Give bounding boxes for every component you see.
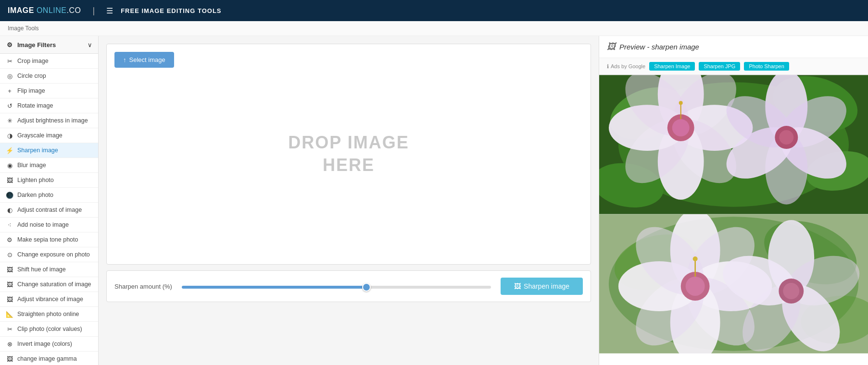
sidebar-item-flip-image[interactable]: + Flip image: [0, 84, 98, 98]
sharpen-image-icon: ⚡: [6, 146, 13, 154]
preview-header: 🖼 Preview - sharpen image: [599, 36, 868, 58]
rotate-image-icon: ↺: [6, 102, 13, 110]
sharpen-icon: 🖼: [514, 282, 521, 290]
adjust-vibrance-icon: 🖼: [6, 295, 13, 303]
main-content: ↑ Select image DROP IMAGE HERE Sharpen a…: [99, 36, 599, 365]
crop-image-icon: ✂: [6, 57, 13, 65]
ad-link-sharpen-jpg[interactable]: Sharpen JPG: [699, 62, 740, 71]
sidebar-item-label: Crop image: [17, 58, 49, 64]
circle-crop-icon: ◎: [6, 72, 13, 80]
preview-images: [599, 75, 868, 353]
preview-image-bottom: [599, 214, 868, 353]
sharpen-image-button[interactable]: 🖼 Sharpen image: [501, 278, 583, 295]
sidebar-item-lighten-photo[interactable]: 🖼 Lighten photo: [0, 173, 98, 188]
sidebar-item-adjust-contrast[interactable]: ◐ Adjust contrast of image: [0, 203, 98, 218]
sidebar-item-label: Adjust brightness in image: [17, 117, 88, 124]
sidebar-item-rotate-image[interactable]: ↺ Rotate image: [0, 98, 98, 113]
sidebar-item-circle-crop[interactable]: ◎ Circle crop: [0, 69, 98, 84]
adjust-brightness-icon: ✳: [6, 117, 13, 124]
sidebar-item-add-noise[interactable]: ⁖ Add noise to image: [0, 218, 98, 232]
drop-zone-text: DROP IMAGE HERE: [288, 132, 409, 177]
shift-hue-icon: 🖼: [6, 266, 13, 273]
drop-text-line2: HERE: [288, 154, 409, 177]
sidebar-item-grayscale-image[interactable]: ◑ Grayscale image: [0, 128, 98, 143]
sidebar-section-header[interactable]: ⚙ Image Filters ∨: [0, 36, 98, 54]
sidebar-item-shift-hue[interactable]: 🖼 Shift hue of image: [0, 262, 98, 277]
invert-image-icon: ⊗: [6, 340, 13, 348]
ads-bar: ℹ Ads by Google Sharpen Image Sharpen JP…: [599, 58, 868, 75]
sidebar-item-label: Straighten photo online: [17, 311, 79, 317]
svg-point-43: [693, 256, 698, 261]
sharpen-amount-slider[interactable]: [182, 286, 491, 289]
sidebar-section-label: Image Filters: [17, 41, 56, 49]
sidebar-item-straighten-photo[interactable]: 📐 Straighten photo online: [0, 307, 98, 322]
sidebar-item-label: Adjust vibrance of image: [17, 296, 83, 303]
sidebar-item-sharpen-image[interactable]: ⚡ Sharpen image: [0, 143, 98, 158]
preview-title: Preview - sharpen image: [619, 43, 699, 51]
sidebar-item-label: Flip image: [17, 87, 45, 94]
layout: ⚙ Image Filters ∨ ✂ Crop image ◎ Circle …: [0, 36, 868, 365]
select-button-label: Select image: [129, 56, 165, 63]
sidebar-item-change-exposure[interactable]: ⊙ Change exposure on photo: [0, 247, 98, 262]
change-exposure-icon: ⊙: [6, 251, 13, 258]
info-icon: ℹ: [607, 63, 609, 70]
filter-icon: ⚙: [6, 41, 13, 49]
sidebar-item-label: Grayscale image: [17, 132, 63, 139]
sidebar-item-label: Circle crop: [17, 73, 46, 79]
sidebar-item-label: change image gamma: [17, 355, 77, 362]
sidebar-item-label: Blur image: [17, 162, 46, 169]
ads-label: Ads by Google: [611, 63, 645, 69]
lighten-photo-icon: 🖼: [6, 176, 13, 184]
logo: IMAGE ONLINE.CO: [8, 6, 81, 15]
drop-zone[interactable]: ↑ Select image DROP IMAGE HERE: [106, 44, 591, 265]
preview-panel: 🖼 Preview - sharpen image ℹ Ads by Googl…: [599, 36, 868, 365]
sidebar-item-change-gamma[interactable]: 🖼 change image gamma: [0, 352, 98, 365]
sidebar-item-invert-image[interactable]: ⊗ Invert image (colors): [0, 337, 98, 352]
sidebar-item-label: Lighten photo: [17, 177, 54, 183]
straighten-photo-icon: 📐: [6, 310, 13, 318]
logo-online: ONLINE: [37, 6, 67, 14]
sidebar-item-adjust-brightness[interactable]: ✳ Adjust brightness in image: [0, 113, 98, 128]
svg-point-25: [779, 130, 793, 145]
drop-text-line1: DROP IMAGE: [288, 132, 409, 154]
change-gamma-icon: 🖼: [6, 355, 13, 363]
svg-point-15: [672, 119, 690, 136]
blur-image-icon: ◉: [6, 161, 13, 169]
sidebar-item-label: Invert image (colors): [17, 341, 72, 347]
sidebar-item-adjust-vibrance[interactable]: 🖼 Adjust vibrance of image: [0, 292, 98, 307]
make-sepia-icon: ⚙: [6, 236, 13, 243]
header-divider: |: [92, 6, 95, 16]
sidebar-section-header-left: ⚙ Image Filters: [6, 41, 56, 49]
sidebar-item-label: Change saturation of image: [17, 281, 91, 288]
chevron-down-icon: ∨: [88, 41, 92, 49]
controls-bar: Sharpen amount (%) 🖼 Sharpen image: [106, 270, 591, 302]
sidebar-item-label: Make sepia tone photo: [17, 236, 78, 243]
sidebar-item-crop-image[interactable]: ✂ Crop image: [0, 54, 98, 69]
sidebar-item-label: Sharpen image: [17, 147, 58, 154]
menu-icon[interactable]: ☰: [106, 6, 113, 15]
sidebar-item-clip-photo[interactable]: ✂ Clip photo (color values): [0, 322, 98, 337]
sidebar-item-change-saturation[interactable]: 🖼 Change saturation of image: [0, 277, 98, 292]
sidebar-item-label: Darken photo: [17, 192, 53, 198]
ads-info: ℹ Ads by Google: [607, 63, 645, 70]
upload-icon: ↑: [123, 56, 126, 63]
sidebar-item-make-sepia[interactable]: ⚙ Make sepia tone photo: [0, 232, 98, 247]
sidebar: ⚙ Image Filters ∨ ✂ Crop image ◎ Circle …: [0, 36, 99, 365]
change-saturation-icon: 🖼: [6, 280, 13, 288]
add-noise-icon: ⁖: [6, 221, 13, 229]
sidebar-item-label: Rotate image: [17, 102, 53, 109]
adjust-contrast-icon: ◐: [6, 206, 13, 214]
sidebar-item-darken-photo[interactable]: 🌑 Darken photo: [0, 188, 98, 203]
svg-point-17: [679, 101, 683, 105]
sidebar-item-label: Adjust contrast of image: [17, 207, 82, 213]
darken-photo-icon: 🌑: [6, 191, 13, 199]
sidebar-item-label: Change exposure on photo: [17, 251, 90, 258]
preview-image-top: [599, 75, 868, 214]
sharpen-amount-label: Sharpen amount (%): [114, 283, 172, 290]
ad-link-sharpen-image[interactable]: Sharpen Image: [649, 62, 695, 71]
ad-link-photo-sharpen[interactable]: Photo Sharpen: [744, 62, 789, 71]
sidebar-item-label: Add noise to image: [17, 221, 69, 228]
header: IMAGE ONLINE.CO | ☰ FREE IMAGE EDITING T…: [0, 0, 868, 21]
sidebar-item-blur-image[interactable]: ◉ Blur image: [0, 158, 98, 173]
select-image-button[interactable]: ↑ Select image: [114, 52, 174, 68]
